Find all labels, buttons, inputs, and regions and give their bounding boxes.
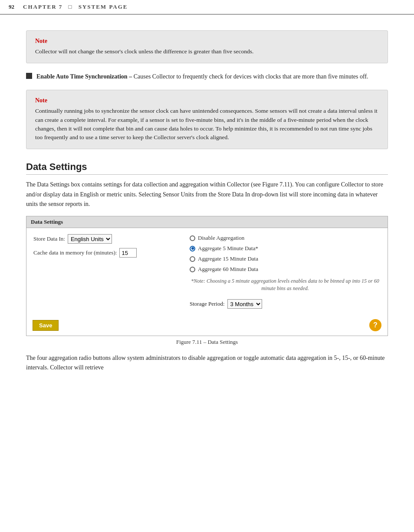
main-content: Note Collector will not change the senso…: [0, 15, 414, 386]
storage-row: Storage Period: 3 Months: [190, 299, 381, 309]
store-data-label: Store Data In:: [33, 235, 65, 242]
radio-5min[interactable]: Aggregate 5 Minute Data*: [190, 245, 381, 252]
store-data-select[interactable]: English Units: [68, 234, 112, 244]
radio-circle-1[interactable]: [190, 235, 195, 241]
checkbox-autosync[interactable]: [26, 73, 32, 79]
section-title-data-settings: Data Settings: [26, 161, 388, 175]
bottom-paragraph: The four aggregation radio buttons allow…: [26, 353, 388, 373]
figure-box-header: Data Settings: [26, 216, 388, 228]
figure-caption: Figure 7.11 – Data Settings: [26, 339, 388, 346]
storage-label: Storage Period:: [190, 300, 225, 307]
figure-right: Disable Aggregation Aggregate 5 Minute D…: [181, 234, 381, 309]
radio-15min[interactable]: Aggregate 15 Minute Data: [190, 255, 381, 262]
figure-inner: Store Data In: English Units Cache data …: [26, 228, 388, 315]
note-title-2: Note: [35, 97, 379, 104]
checkbox-item-autosync[interactable]: Enable Auto Time Synchronization – Cause…: [26, 72, 388, 81]
figure-left: Store Data In: English Units Cache data …: [33, 234, 181, 309]
radio-label-3: Aggregate 15 Minute Data: [198, 255, 258, 262]
aggregation-note: *Note: Choosing a 5 minute aggregation l…: [190, 277, 381, 292]
radio-disable-aggregation[interactable]: Disable Aggregation: [190, 235, 381, 242]
radio-circle-4[interactable]: [190, 267, 195, 272]
radio-label-4: Aggregate 60 Minute Data: [198, 266, 258, 273]
note-title-1: Note: [35, 38, 379, 45]
figure-data-settings: Data Settings Store Data In: English Uni…: [26, 216, 388, 336]
page-header: 92 CHAPTER 7 □ SYSTEM PAGE: [0, 0, 414, 15]
chapter-title: CHAPTER 7 □ SYSTEM PAGE: [23, 3, 128, 10]
save-button[interactable]: Save: [33, 320, 59, 331]
radio-circle-2[interactable]: [190, 246, 195, 251]
help-icon[interactable]: ?: [369, 319, 381, 331]
note-box-1: Note Collector will not change the senso…: [26, 30, 388, 63]
radio-label-2: Aggregate 5 Minute Data*: [198, 245, 258, 252]
note-box-2: Note Continually running jobs to synchro…: [26, 90, 388, 149]
radio-circle-3[interactable]: [190, 256, 195, 262]
note-body-2: Continually running jobs to synchronize …: [35, 107, 379, 142]
radio-60min[interactable]: Aggregate 60 Minute Data: [190, 266, 381, 273]
checkbox-label-autosync: Enable Auto Time Synchronization – Cause…: [36, 72, 368, 81]
store-data-row: Store Data In: English Units: [33, 234, 181, 244]
cache-input[interactable]: [119, 248, 137, 258]
storage-select[interactable]: 3 Months: [227, 299, 262, 309]
cache-label: Cache data in memory for (minutes):: [33, 249, 117, 256]
note-body-1: Collector will not change the sensor's c…: [35, 47, 379, 56]
page-number: 92: [9, 3, 14, 10]
cache-row: Cache data in memory for (minutes):: [33, 248, 181, 258]
figure-footer: Save ?: [26, 315, 388, 336]
radio-label-1: Disable Aggregation: [198, 235, 244, 242]
section-intro: The Data Settings box contains settings …: [26, 180, 388, 209]
